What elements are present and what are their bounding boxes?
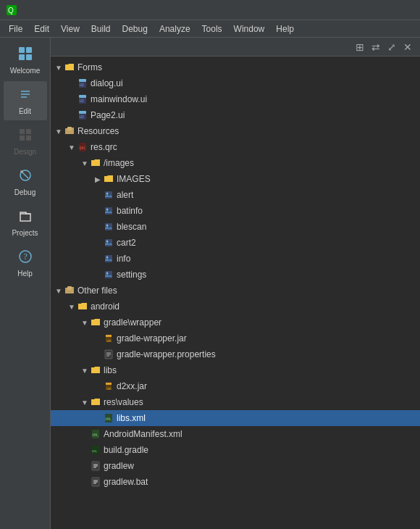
- sidebar-btn-help[interactable]: ?Help: [4, 243, 47, 283]
- tree-arrow-other-files[interactable]: [54, 286, 64, 296]
- tree-label-gradlew: gradlew: [104, 461, 134, 471]
- menu-item-view[interactable]: View: [55, 22, 85, 36]
- tree-label-alert: alert: [117, 190, 133, 200]
- menu-item-build[interactable]: Build: [85, 22, 117, 36]
- jar-file-icon: JAR: [103, 380, 114, 392]
- tree-label-images: /images: [104, 158, 134, 168]
- tree-item-alert[interactable]: alert: [51, 187, 420, 203]
- svg-rect-45: [106, 335, 112, 337]
- tree-label-mainwindow.ui: mainwindow.ui: [91, 94, 147, 104]
- svg-rect-52: [106, 383, 112, 385]
- sidebar-btn-debug[interactable]: Debug: [4, 162, 47, 201]
- menu-item-debug[interactable]: Debug: [117, 22, 154, 36]
- img-resource-icon: [103, 253, 114, 264]
- projects-panel[interactable]: ⊞ ⇄ ⤢ ✕ FormsUIdialog.uiUImainwindow.uiU…: [51, 38, 420, 529]
- tree-label-forms: Forms: [77, 62, 102, 72]
- tree-item-settings[interactable]: settings: [51, 267, 420, 283]
- svg-text:UI: UI: [80, 114, 84, 119]
- debug-icon: [17, 167, 33, 187]
- edit-icon: [17, 86, 33, 106]
- sync-icon[interactable]: ⇄: [369, 41, 382, 54]
- tree-item-gradle-wrapper[interactable]: gradle\wrapper: [51, 315, 420, 330]
- tree-item-gradle-wrapper.properties[interactable]: gradle-wrapper.properties: [51, 346, 420, 362]
- tree-item-batinfo[interactable]: batinfo: [51, 203, 420, 219]
- tree-item-gradle-wrapper.jar[interactable]: JARgradle-wrapper.jar: [51, 330, 420, 346]
- svg-rect-35: [105, 223, 112, 230]
- tree-item-dialog.ui[interactable]: UIdialog.ui: [51, 75, 420, 91]
- tree-item-d2xx.jar[interactable]: JARd2xx.jar: [51, 378, 420, 394]
- gradle-icon: GDL: [90, 444, 101, 456]
- tree-arrow-libs[interactable]: [80, 365, 90, 375]
- menu-item-edit[interactable]: Edit: [28, 22, 55, 36]
- tree-item-gradlew.bat[interactable]: gradlew.bat: [51, 474, 420, 490]
- svg-text:XML: XML: [105, 417, 112, 421]
- svg-rect-28: [67, 127, 72, 130]
- tree-arrow-IMAGES[interactable]: [93, 174, 103, 184]
- help-icon: ?: [17, 249, 33, 268]
- tree-item-forms[interactable]: Forms: [51, 59, 420, 75]
- tree-arrow-res.qrc[interactable]: [67, 142, 77, 152]
- ui-file-icon: UI: [77, 78, 88, 89]
- svg-rect-5: [26, 54, 32, 60]
- tree-arrow-images[interactable]: [80, 158, 90, 168]
- tree-arrow-forms[interactable]: [54, 62, 64, 72]
- tree-item-other-files[interactable]: Other files: [51, 283, 420, 299]
- tree-arrow-res-values[interactable]: [80, 397, 90, 407]
- tree-label-blescan: blescan: [117, 222, 146, 232]
- tree-item-Page2.ui[interactable]: UIPage2.ui: [51, 107, 420, 123]
- help-label: Help: [17, 270, 33, 278]
- tree-arrow-gradle-wrapper[interactable]: [80, 317, 90, 328]
- sidebar-btn-edit[interactable]: Edit: [4, 81, 47, 120]
- folder-special-icon: [64, 125, 75, 137]
- menu-item-tools[interactable]: Tools: [196, 22, 228, 36]
- pop-out-icon[interactable]: ⤢: [385, 41, 398, 54]
- tree-item-cart2[interactable]: cart2: [51, 235, 420, 251]
- svg-rect-10: [20, 129, 25, 134]
- tree-label-gradlew.bat: gradlew.bat: [104, 477, 148, 487]
- tree-item-AndroidManifest.xml[interactable]: XMLAndroidManifest.xml: [51, 426, 420, 442]
- svg-rect-33: [105, 207, 112, 214]
- tree-item-IMAGES[interactable]: IMAGES: [51, 171, 420, 187]
- sidebar-btn-welcome[interactable]: Welcome: [4, 41, 47, 80]
- tree-item-mainwindow.ui[interactable]: UImainwindow.ui: [51, 91, 420, 107]
- tree-label-dialog.ui: dialog.ui: [91, 78, 123, 88]
- tree-label-res-values: res\values: [104, 397, 143, 407]
- svg-line-15: [22, 172, 28, 178]
- panel-controls: ⊞ ⇄ ⤢ ✕: [353, 41, 414, 54]
- tree-label-IMAGES: IMAGES: [117, 174, 151, 184]
- tree-label-cart2: cart2: [117, 238, 136, 248]
- tree-item-build.gradle[interactable]: GDLbuild.gradle: [51, 442, 420, 458]
- svg-rect-23: [79, 95, 86, 98]
- tree-label-build.gradle: build.gradle: [104, 445, 148, 455]
- svg-text:JAR: JAR: [106, 387, 112, 391]
- tree-arrow-resources[interactable]: [54, 126, 64, 136]
- tree-item-libs.xml[interactable]: XMLlibs.xml: [51, 410, 420, 426]
- tree-item-images[interactable]: /images: [51, 155, 420, 171]
- menu-item-help[interactable]: Help: [270, 22, 300, 36]
- sidebar-btn-design: Design: [4, 122, 47, 161]
- menu-item-analyze[interactable]: Analyze: [154, 22, 196, 36]
- close-icon[interactable]: ✕: [401, 41, 414, 54]
- projects-icon: [17, 208, 33, 228]
- folder-yellow-icon: [103, 173, 114, 185]
- menu-item-file[interactable]: File: [3, 22, 28, 36]
- sidebar-btn-projects[interactable]: Projects: [4, 203, 47, 242]
- svg-text:Q: Q: [8, 7, 14, 14]
- tree-item-blescan[interactable]: blescan: [51, 219, 420, 235]
- tree-item-gradlew[interactable]: gradlew: [51, 458, 420, 474]
- edit-label: Edit: [19, 107, 31, 115]
- tree-view: FormsUIdialog.uiUImainwindow.uiUIPage2.u…: [51, 57, 420, 493]
- filter-icon[interactable]: ⊞: [353, 41, 366, 54]
- tree-item-android[interactable]: android: [51, 299, 420, 315]
- tree-label-res.qrc: res.qrc: [91, 142, 117, 152]
- menu-item-window[interactable]: Window: [228, 22, 271, 36]
- tree-arrow-android[interactable]: [67, 301, 77, 312]
- tree-item-res-values[interactable]: res\values: [51, 394, 420, 410]
- tree-item-resources[interactable]: Resources: [51, 123, 420, 139]
- tree-item-res.qrc[interactable]: QRCres.qrc: [51, 139, 420, 155]
- svg-rect-13: [26, 136, 31, 141]
- sidebar: WelcomeEditDesignDebugProjects?Help: [0, 38, 51, 529]
- svg-rect-43: [67, 286, 72, 290]
- tree-item-info[interactable]: info: [51, 251, 420, 267]
- tree-item-libs[interactable]: libs: [51, 362, 420, 378]
